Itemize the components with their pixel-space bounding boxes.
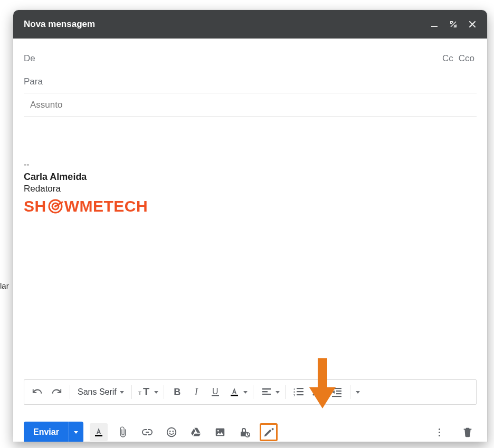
svg-rect-28 — [95, 435, 102, 436]
more-vertical-icon — [439, 428, 440, 436]
insert-signature-button[interactable] — [260, 423, 278, 441]
redo-button[interactable] — [49, 384, 64, 400]
svg-point-20 — [312, 394, 314, 395]
svg-rect-23 — [316, 394, 322, 395]
minimize-icon[interactable] — [430, 20, 439, 28]
logo-suffix: WMETECH — [64, 197, 148, 215]
chevron-down-icon[interactable] — [154, 391, 158, 394]
svg-rect-27 — [332, 396, 341, 397]
compose-actions: Enviar — [24, 419, 477, 442]
to-row[interactable]: Para — [24, 70, 477, 93]
insert-emoji-button[interactable] — [163, 423, 180, 441]
to-input[interactable] — [48, 76, 477, 88]
svg-rect-15 — [297, 388, 303, 389]
titlebar: Nova mensagem — [13, 10, 487, 39]
logo-mark-icon — [48, 198, 63, 214]
subject-row[interactable] — [24, 93, 477, 117]
window-title: Nova mensagem — [24, 19, 95, 30]
svg-rect-26 — [336, 393, 341, 394]
svg-rect-11 — [262, 394, 271, 395]
svg-rect-16 — [297, 391, 303, 392]
svg-text:U: U — [212, 387, 218, 396]
signature-logo: SH WMETECH — [24, 197, 477, 215]
svg-rect-21 — [316, 388, 322, 389]
svg-rect-8 — [231, 395, 238, 396]
logo-prefix: SH — [24, 197, 46, 215]
signature-separator: -- — [24, 160, 477, 169]
send-options-button[interactable] — [69, 422, 83, 442]
svg-text:T: T — [143, 386, 149, 397]
send-button-group: Enviar — [24, 422, 83, 442]
more-formatting-button[interactable] — [356, 391, 360, 394]
text-color-button[interactable] — [226, 384, 242, 400]
svg-rect-10 — [262, 391, 268, 392]
formatting-toolbar: Sans Serif тT B I U — [24, 379, 477, 405]
cc-button[interactable]: Cc — [442, 53, 453, 64]
separator — [350, 385, 350, 399]
expand-icon[interactable] — [449, 20, 458, 28]
font-family-label: Sans Serif — [78, 387, 117, 397]
svg-point-33 — [217, 430, 219, 432]
separator — [70, 385, 70, 399]
svg-point-29 — [167, 428, 176, 437]
svg-rect-24 — [332, 388, 341, 389]
svg-rect-22 — [316, 391, 322, 392]
svg-point-30 — [169, 431, 171, 432]
separator — [164, 385, 164, 399]
font-size-button[interactable]: тT — [137, 384, 153, 400]
indent-decrease-button[interactable] — [329, 384, 345, 400]
svg-text:т: т — [138, 389, 141, 397]
svg-text:3: 3 — [293, 394, 296, 397]
chevron-down-icon — [120, 391, 124, 394]
signature-name: Carla Almeida — [24, 171, 477, 183]
separator — [131, 385, 132, 399]
numbered-list-button[interactable]: 123 — [291, 384, 307, 400]
compose-fields: De Cc Cco Para — [13, 39, 487, 117]
more-options-button[interactable] — [430, 423, 448, 441]
insert-link-button[interactable] — [138, 423, 156, 441]
subject-input[interactable] — [29, 99, 477, 111]
window-controls — [430, 20, 477, 28]
chevron-down-icon[interactable] — [276, 391, 280, 394]
close-icon[interactable] — [468, 20, 477, 28]
compose-body[interactable]: -- Carla Almeida Redatora SH WMETECH — [13, 117, 487, 328]
svg-rect-7 — [212, 395, 219, 396]
separator — [253, 385, 253, 399]
bulleted-list-button[interactable] — [310, 384, 326, 400]
to-label: Para — [24, 77, 43, 87]
cco-button[interactable]: Cco — [459, 53, 474, 64]
italic-button[interactable]: I — [188, 384, 204, 400]
svg-rect-17 — [297, 394, 303, 395]
insert-photo-button[interactable] — [211, 423, 229, 441]
undo-button[interactable] — [30, 384, 45, 400]
pen-icon — [263, 426, 274, 438]
from-row[interactable]: De Cc Cco — [24, 47, 477, 70]
from-label: De — [24, 53, 35, 64]
insert-drive-button[interactable] — [187, 423, 205, 441]
trash-icon — [462, 426, 473, 438]
svg-point-31 — [172, 431, 174, 432]
stray-text: lar — [0, 281, 9, 290]
svg-point-19 — [312, 390, 314, 392]
underline-button[interactable]: U — [207, 384, 223, 400]
bold-button[interactable]: B — [169, 384, 185, 400]
align-button[interactable] — [259, 384, 274, 400]
svg-rect-9 — [262, 388, 271, 389]
svg-rect-25 — [336, 390, 341, 392]
font-family-select[interactable]: Sans Serif — [75, 387, 126, 397]
send-button[interactable]: Enviar — [24, 422, 69, 442]
attach-button[interactable] — [114, 423, 132, 441]
signature-role: Redatora — [24, 184, 477, 194]
svg-point-18 — [312, 387, 314, 389]
separator — [285, 385, 286, 399]
chevron-down-icon — [74, 431, 78, 434]
formatting-options-button[interactable] — [90, 423, 108, 441]
svg-rect-0 — [431, 26, 438, 27]
chevron-down-icon[interactable] — [243, 391, 248, 394]
compose-window: Nova mensagem De Cc Cco — [13, 10, 487, 442]
discard-draft-button[interactable] — [459, 423, 477, 441]
confidential-mode-button[interactable] — [235, 423, 253, 441]
